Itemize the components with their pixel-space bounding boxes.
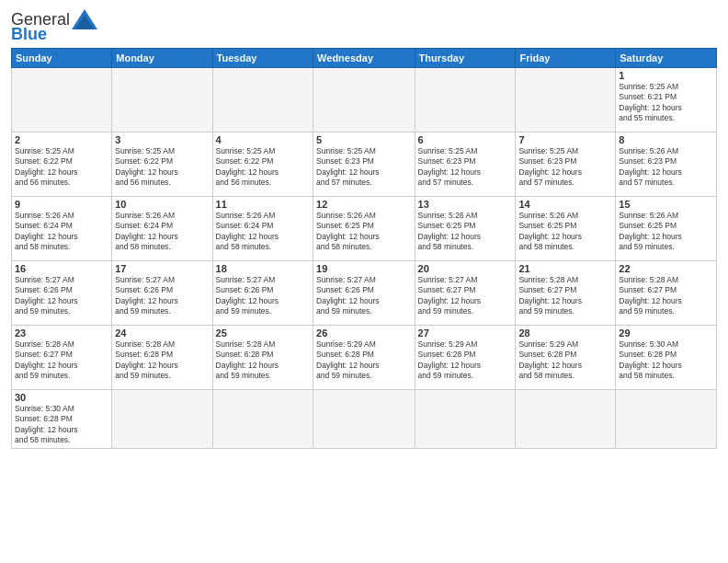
calendar-cell: 12 Sunrise: 5:26 AMSunset: 6:25 PMDaylig… bbox=[313, 197, 415, 261]
day-number: 3 bbox=[115, 134, 209, 145]
day-number: 1 bbox=[619, 70, 713, 81]
day-number: 2 bbox=[15, 134, 108, 145]
day-number: 14 bbox=[518, 199, 612, 210]
calendar-cell: 3 Sunrise: 5:25 AMSunset: 6:22 PMDayligh… bbox=[112, 132, 212, 197]
calendar-cell: 6 Sunrise: 5:25 AMSunset: 6:23 PMDayligh… bbox=[415, 132, 516, 197]
day-number: 9 bbox=[15, 199, 108, 210]
day-number: 8 bbox=[619, 134, 713, 145]
header-wednesday: Wednesday bbox=[313, 49, 415, 68]
header-saturday: Saturday bbox=[616, 49, 717, 68]
day-info: Sunrise: 5:27 AMSunset: 6:26 PMDaylight:… bbox=[15, 275, 78, 316]
day-info: Sunrise: 5:26 AMSunset: 6:24 PMDaylight:… bbox=[115, 211, 178, 251]
day-info: Sunrise: 5:25 AMSunset: 6:23 PMDaylight:… bbox=[418, 146, 482, 187]
header-thursday: Thursday bbox=[415, 49, 516, 68]
day-info: Sunrise: 5:25 AMSunset: 6:23 PMDaylight:… bbox=[518, 146, 582, 187]
day-info: Sunrise: 5:28 AMSunset: 6:28 PMDaylight:… bbox=[216, 339, 279, 380]
calendar-cell: 11 Sunrise: 5:26 AMSunset: 6:24 PMDaylig… bbox=[212, 197, 313, 261]
day-number: 15 bbox=[619, 199, 713, 210]
calendar-cell: 7 Sunrise: 5:25 AMSunset: 6:23 PMDayligh… bbox=[516, 132, 616, 197]
day-number: 21 bbox=[518, 263, 612, 274]
day-info: Sunrise: 5:25 AMSunset: 6:22 PMDaylight:… bbox=[216, 146, 279, 187]
day-info: Sunrise: 5:27 AMSunset: 6:26 PMDaylight:… bbox=[115, 275, 178, 316]
calendar-cell: 14 Sunrise: 5:26 AMSunset: 6:25 PMDaylig… bbox=[516, 197, 616, 261]
day-number: 27 bbox=[418, 327, 513, 339]
page: General Blue Sunday Monday Tuesday Wedne… bbox=[0, 0, 728, 563]
calendar-cell: 20 Sunrise: 5:27 AMSunset: 6:27 PMDaylig… bbox=[415, 261, 516, 326]
day-info: Sunrise: 5:29 AMSunset: 6:28 PMDaylight:… bbox=[418, 339, 482, 380]
calendar-cell: 25 Sunrise: 5:28 AMSunset: 6:28 PMDaylig… bbox=[212, 326, 313, 390]
day-number: 19 bbox=[316, 263, 411, 274]
calendar-cell: 17 Sunrise: 5:27 AMSunset: 6:26 PMDaylig… bbox=[112, 261, 212, 326]
calendar-cell bbox=[112, 68, 212, 132]
day-info: Sunrise: 5:26 AMSunset: 6:25 PMDaylight:… bbox=[418, 211, 482, 251]
header-sunday: Sunday bbox=[12, 49, 112, 68]
calendar-cell bbox=[415, 68, 516, 132]
day-info: Sunrise: 5:26 AMSunset: 6:23 PMDaylight:… bbox=[619, 146, 682, 187]
calendar-cell: 27 Sunrise: 5:29 AMSunset: 6:28 PMDaylig… bbox=[415, 326, 516, 390]
day-info: Sunrise: 5:27 AMSunset: 6:26 PMDaylight:… bbox=[316, 275, 380, 316]
day-number: 5 bbox=[316, 134, 411, 145]
calendar-cell: 2 Sunrise: 5:25 AMSunset: 6:22 PMDayligh… bbox=[12, 132, 112, 197]
day-number: 4 bbox=[216, 134, 310, 145]
day-number: 13 bbox=[418, 199, 513, 210]
day-info: Sunrise: 5:30 AMSunset: 6:28 PMDaylight:… bbox=[619, 339, 682, 380]
day-info: Sunrise: 5:27 AMSunset: 6:27 PMDaylight:… bbox=[418, 275, 482, 316]
day-info: Sunrise: 5:26 AMSunset: 6:25 PMDaylight:… bbox=[518, 211, 582, 251]
calendar-cell bbox=[313, 390, 415, 449]
day-number: 25 bbox=[216, 327, 310, 339]
calendar-cell: 5 Sunrise: 5:25 AMSunset: 6:23 PMDayligh… bbox=[313, 132, 415, 197]
calendar-cell: 10 Sunrise: 5:26 AMSunset: 6:24 PMDaylig… bbox=[112, 197, 212, 261]
calendar-cell: 29 Sunrise: 5:30 AMSunset: 6:28 PMDaylig… bbox=[616, 326, 717, 390]
calendar-cell bbox=[616, 390, 717, 449]
day-number: 11 bbox=[216, 199, 310, 210]
header: General Blue bbox=[11, 9, 717, 42]
calendar-cell: 9 Sunrise: 5:26 AMSunset: 6:24 PMDayligh… bbox=[12, 197, 112, 261]
day-number: 28 bbox=[518, 327, 612, 339]
day-number: 23 bbox=[15, 327, 108, 339]
day-number: 12 bbox=[316, 199, 411, 210]
calendar-cell: 21 Sunrise: 5:28 AMSunset: 6:27 PMDaylig… bbox=[516, 261, 616, 326]
calendar-cell: 26 Sunrise: 5:29 AMSunset: 6:28 PMDaylig… bbox=[313, 326, 415, 390]
day-info: Sunrise: 5:25 AMSunset: 6:22 PMDaylight:… bbox=[15, 146, 78, 187]
calendar-cell bbox=[212, 68, 313, 132]
header-monday: Monday bbox=[112, 49, 212, 68]
day-number: 17 bbox=[115, 263, 209, 274]
day-number: 26 bbox=[316, 327, 411, 339]
day-info: Sunrise: 5:26 AMSunset: 6:24 PMDaylight:… bbox=[15, 211, 78, 251]
calendar-cell bbox=[112, 390, 212, 449]
day-number: 24 bbox=[115, 327, 209, 339]
day-number: 29 bbox=[619, 327, 713, 339]
day-info: Sunrise: 5:25 AMSunset: 6:21 PMDaylight:… bbox=[619, 82, 682, 122]
calendar-cell bbox=[415, 390, 516, 449]
calendar-cell bbox=[516, 68, 616, 132]
day-info: Sunrise: 5:25 AMSunset: 6:22 PMDaylight:… bbox=[115, 146, 178, 187]
calendar-cell: 8 Sunrise: 5:26 AMSunset: 6:23 PMDayligh… bbox=[616, 132, 717, 197]
day-info: Sunrise: 5:28 AMSunset: 6:27 PMDaylight:… bbox=[619, 275, 682, 316]
day-number: 10 bbox=[115, 199, 209, 210]
calendar-cell: 19 Sunrise: 5:27 AMSunset: 6:26 PMDaylig… bbox=[313, 261, 415, 326]
day-info: Sunrise: 5:25 AMSunset: 6:23 PMDaylight:… bbox=[316, 146, 380, 187]
calendar-cell: 13 Sunrise: 5:26 AMSunset: 6:25 PMDaylig… bbox=[415, 197, 516, 261]
calendar-cell: 4 Sunrise: 5:25 AMSunset: 6:22 PMDayligh… bbox=[212, 132, 313, 197]
day-number: 6 bbox=[418, 134, 513, 145]
calendar-cell: 23 Sunrise: 5:28 AMSunset: 6:27 PMDaylig… bbox=[12, 326, 112, 390]
day-number: 16 bbox=[15, 263, 108, 274]
calendar-cell: 30 Sunrise: 5:30 AMSunset: 6:28 PMDaylig… bbox=[12, 390, 112, 449]
calendar-cell bbox=[313, 68, 415, 132]
calendar-cell: 16 Sunrise: 5:27 AMSunset: 6:26 PMDaylig… bbox=[12, 261, 112, 326]
calendar-cell bbox=[516, 390, 616, 449]
weekday-header-row: Sunday Monday Tuesday Wednesday Thursday… bbox=[12, 49, 717, 68]
day-number: 7 bbox=[518, 134, 612, 145]
calendar-table: Sunday Monday Tuesday Wednesday Thursday… bbox=[11, 48, 717, 449]
day-info: Sunrise: 5:28 AMSunset: 6:27 PMDaylight:… bbox=[15, 339, 78, 380]
calendar-cell: 28 Sunrise: 5:29 AMSunset: 6:28 PMDaylig… bbox=[516, 326, 616, 390]
calendar-cell bbox=[12, 68, 112, 132]
day-info: Sunrise: 5:29 AMSunset: 6:28 PMDaylight:… bbox=[316, 339, 380, 380]
day-info: Sunrise: 5:29 AMSunset: 6:28 PMDaylight:… bbox=[518, 339, 582, 380]
calendar-cell: 22 Sunrise: 5:28 AMSunset: 6:27 PMDaylig… bbox=[616, 261, 717, 326]
day-info: Sunrise: 5:30 AMSunset: 6:28 PMDaylight:… bbox=[15, 404, 78, 444]
day-number: 20 bbox=[418, 263, 513, 274]
calendar-cell: 15 Sunrise: 5:26 AMSunset: 6:25 PMDaylig… bbox=[616, 197, 717, 261]
logo: General Blue bbox=[11, 9, 97, 42]
day-info: Sunrise: 5:28 AMSunset: 6:28 PMDaylight:… bbox=[115, 339, 178, 380]
